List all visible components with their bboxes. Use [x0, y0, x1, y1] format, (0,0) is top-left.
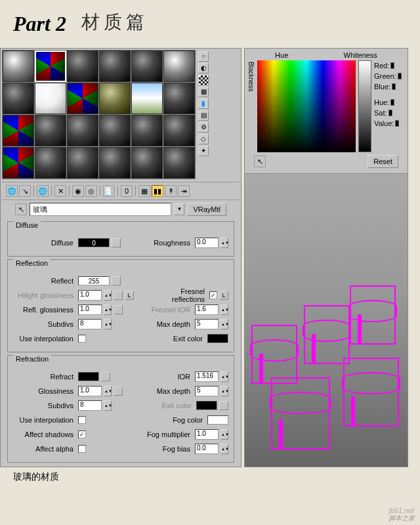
- show-end-result-icon[interactable]: ▮▮: [152, 185, 163, 197]
- spinner[interactable]: ▲▼: [220, 319, 228, 329]
- interp-checkbox[interactable]: [78, 335, 86, 343]
- pick-material-icon[interactable]: ↖: [15, 203, 27, 215]
- spinner[interactable]: ▲▼: [104, 386, 112, 396]
- material-slot[interactable]: [3, 147, 34, 178]
- material-slot-active[interactable]: [35, 51, 66, 82]
- make-copy-icon[interactable]: ◉: [72, 185, 84, 197]
- dropdown-arrow-icon[interactable]: ▼: [174, 203, 184, 215]
- map-slot-button[interactable]: [219, 401, 228, 410]
- get-material-icon[interactable]: 🌐: [6, 185, 18, 197]
- fog-mult-input[interactable]: 1.0: [195, 429, 219, 440]
- material-slot[interactable]: [35, 147, 66, 178]
- sample-uv-icon[interactable]: ▦: [198, 87, 209, 97]
- spinner[interactable]: ▲▼: [104, 400, 112, 411]
- material-slot[interactable]: [131, 115, 163, 146]
- fresnel-ior-input[interactable]: 1.6: [195, 304, 219, 315]
- material-slot-grid[interactable]: [2, 50, 196, 179]
- assign-to-selection-icon[interactable]: 🌐: [37, 185, 49, 197]
- go-parent-icon[interactable]: ↟: [165, 185, 177, 197]
- fog-bias-input[interactable]: 0.0: [195, 444, 219, 454]
- material-type-button[interactable]: VRayMtl: [187, 203, 226, 216]
- map-slot-button[interactable]: [114, 305, 123, 314]
- video-color-icon[interactable]: ▮: [198, 98, 209, 109]
- maxdepth-input[interactable]: 5: [195, 319, 219, 329]
- fog-color-swatch[interactable]: [207, 415, 228, 425]
- interp-checkbox[interactable]: [78, 416, 86, 424]
- material-slot[interactable]: [99, 147, 131, 178]
- material-slot[interactable]: [163, 51, 195, 82]
- material-id-icon[interactable]: 0: [121, 185, 133, 197]
- material-slot[interactable]: [163, 83, 195, 114]
- material-map-nav-icon[interactable]: ✦: [198, 146, 209, 156]
- material-name-dropdown[interactable]: 玻璃: [30, 203, 171, 216]
- diffuse-swatch[interactable]: 0: [78, 238, 110, 247]
- material-slot[interactable]: [163, 147, 195, 178]
- map-slot-button[interactable]: [101, 372, 110, 381]
- alpha-checkbox[interactable]: [78, 445, 86, 453]
- map-slot-button[interactable]: [112, 276, 121, 285]
- material-slot[interactable]: [67, 83, 98, 114]
- hilight-gloss-input[interactable]: 1.0: [78, 290, 102, 301]
- material-slot[interactable]: [3, 51, 34, 82]
- material-slot[interactable]: [67, 147, 98, 178]
- viewport-3d[interactable]: [245, 174, 408, 467]
- material-slot[interactable]: [67, 51, 98, 82]
- material-slot[interactable]: [3, 115, 34, 146]
- material-slot[interactable]: [35, 83, 66, 114]
- put-to-scene-icon[interactable]: ↘: [19, 185, 31, 197]
- spinner[interactable]: ▲▼: [104, 290, 112, 301]
- spinner[interactable]: ▲▼: [104, 319, 112, 329]
- spinner[interactable]: ▲▼: [220, 386, 228, 396]
- background-icon[interactable]: [198, 75, 209, 85]
- material-slot[interactable]: [3, 83, 34, 114]
- hue-field[interactable]: [257, 60, 356, 152]
- lock-button[interactable]: L: [219, 291, 228, 300]
- backlight-icon[interactable]: ◐: [198, 63, 209, 74]
- reflect-swatch[interactable]: 255: [78, 276, 110, 285]
- material-slot[interactable]: [67, 115, 98, 146]
- map-slot-button[interactable]: [114, 291, 123, 300]
- map-slot-button[interactable]: [114, 387, 123, 396]
- reset-button[interactable]: Reset: [368, 155, 398, 168]
- put-to-library-icon[interactable]: 📑: [103, 185, 115, 197]
- refract-swatch[interactable]: [78, 372, 99, 381]
- fresnel-checkbox[interactable]: ✓: [209, 291, 217, 299]
- material-editor: ○ ◐ ▦ ▮ ▤ ⚙ ◇ ✦ 🌐 ↘ 🌐 ✕ ◉ ◎ 📑 0 ▦ ▮▮ ↟ ↠…: [0, 48, 242, 467]
- sample-type-icon[interactable]: ○: [198, 51, 209, 62]
- select-by-material-icon[interactable]: ◇: [198, 134, 209, 144]
- exit-color-swatch[interactable]: [196, 401, 217, 410]
- gloss-input[interactable]: 1.0: [78, 386, 102, 396]
- ior-input[interactable]: 1.516: [195, 371, 219, 382]
- eyedropper-icon[interactable]: ↖: [254, 156, 266, 167]
- material-slot[interactable]: [131, 147, 163, 178]
- roughness-input[interactable]: 0.0: [195, 238, 219, 248]
- reset-map-icon[interactable]: ✕: [54, 185, 66, 197]
- make-preview-icon[interactable]: ▤: [198, 110, 209, 121]
- spinner[interactable]: ▲▼: [220, 238, 228, 248]
- exit-color-swatch[interactable]: [207, 334, 228, 343]
- subdivs-input[interactable]: 8: [78, 319, 102, 329]
- spinner[interactable]: ▲▼: [220, 444, 228, 454]
- go-forward-icon[interactable]: ↠: [178, 185, 190, 197]
- material-slot[interactable]: [131, 83, 163, 114]
- map-slot-button[interactable]: [112, 238, 121, 247]
- make-unique-icon[interactable]: ◎: [85, 185, 97, 197]
- refl-gloss-input[interactable]: 1.0: [78, 304, 102, 315]
- spinner[interactable]: ▲▼: [220, 371, 228, 382]
- spinner[interactable]: ▲▼: [220, 429, 228, 440]
- show-map-icon[interactable]: ▦: [138, 185, 150, 197]
- material-slot[interactable]: [35, 115, 66, 146]
- maxdepth-input[interactable]: 5: [195, 386, 219, 396]
- material-slot[interactable]: [163, 115, 195, 146]
- material-slot[interactable]: [99, 51, 131, 82]
- material-slot[interactable]: [131, 51, 163, 82]
- material-slot[interactable]: [99, 115, 131, 146]
- spinner[interactable]: ▲▼: [220, 304, 228, 315]
- whiteness-slider[interactable]: [358, 60, 371, 152]
- material-slot[interactable]: [99, 83, 131, 114]
- lock-button[interactable]: L: [125, 291, 134, 300]
- shadows-checkbox[interactable]: ✓: [78, 430, 86, 438]
- subdivs-input[interactable]: 8: [78, 400, 102, 411]
- spinner[interactable]: ▲▼: [104, 304, 112, 315]
- options-icon[interactable]: ⚙: [198, 122, 209, 133]
